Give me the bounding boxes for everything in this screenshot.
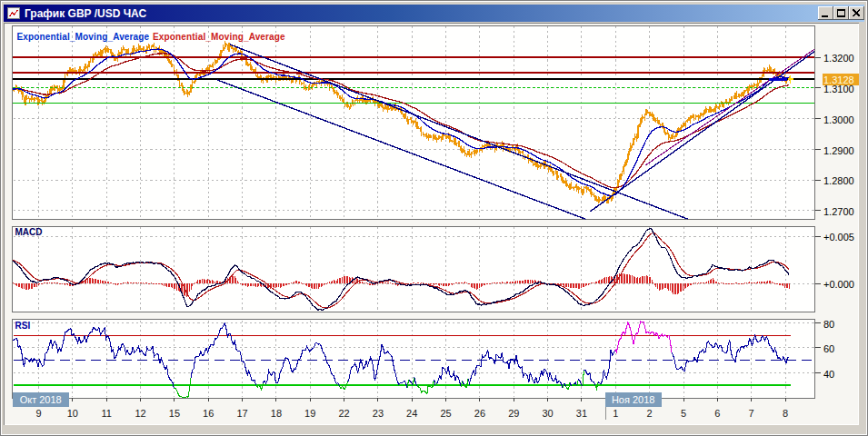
svg-text:6: 6	[714, 408, 720, 419]
svg-text:22: 22	[338, 408, 349, 419]
svg-text:24: 24	[406, 408, 417, 419]
svg-text:40: 40	[823, 369, 834, 380]
svg-text:1.2900: 1.2900	[823, 145, 854, 156]
svg-text:1.3000: 1.3000	[823, 114, 854, 125]
svg-text:RSI: RSI	[15, 321, 31, 331]
svg-text:9: 9	[35, 408, 41, 419]
svg-text:8: 8	[783, 408, 788, 419]
svg-text:2: 2	[647, 408, 653, 419]
svg-text:10: 10	[67, 408, 78, 419]
svg-text:+0.005: +0.005	[823, 232, 854, 243]
svg-text:1: 1	[613, 408, 618, 419]
svg-text:15: 15	[169, 408, 180, 419]
svg-text:19: 19	[304, 408, 315, 419]
svg-text:26: 26	[474, 408, 485, 419]
svg-text:7: 7	[749, 408, 754, 419]
svg-text:Exponential_Moving_Average: Exponential_Moving_Average	[17, 32, 150, 42]
svg-text:Exponential_Moving_Average: Exponential_Moving_Average	[153, 32, 285, 42]
svg-text:18: 18	[271, 408, 282, 419]
svg-text:MACD: MACD	[15, 227, 43, 237]
svg-text:11: 11	[101, 408, 111, 419]
svg-text:80: 80	[823, 319, 834, 330]
svg-text:Окт 2018: Окт 2018	[20, 394, 62, 405]
svg-text:25: 25	[440, 408, 451, 419]
svg-text:График GBP /USD ЧАС: График GBP /USD ЧАС	[25, 7, 146, 20]
svg-text:30: 30	[542, 408, 553, 419]
svg-text:16: 16	[203, 408, 214, 419]
svg-text:1.3100: 1.3100	[823, 84, 854, 94]
svg-text:Ноя 2018: Ноя 2018	[612, 394, 655, 405]
svg-text:5: 5	[681, 408, 686, 419]
svg-text:29: 29	[508, 408, 519, 419]
svg-text:17: 17	[236, 408, 247, 419]
svg-text:1.2700: 1.2700	[823, 206, 854, 217]
svg-text:12: 12	[135, 408, 145, 419]
svg-text:23: 23	[373, 408, 384, 419]
svg-text:1.3128: 1.3128	[823, 74, 854, 85]
svg-text:31: 31	[576, 408, 587, 419]
svg-text:+0.000: +0.000	[823, 279, 854, 290]
svg-text:1.2800: 1.2800	[823, 175, 854, 186]
svg-text:1.3200: 1.3200	[823, 53, 854, 64]
svg-text:60: 60	[823, 343, 834, 354]
